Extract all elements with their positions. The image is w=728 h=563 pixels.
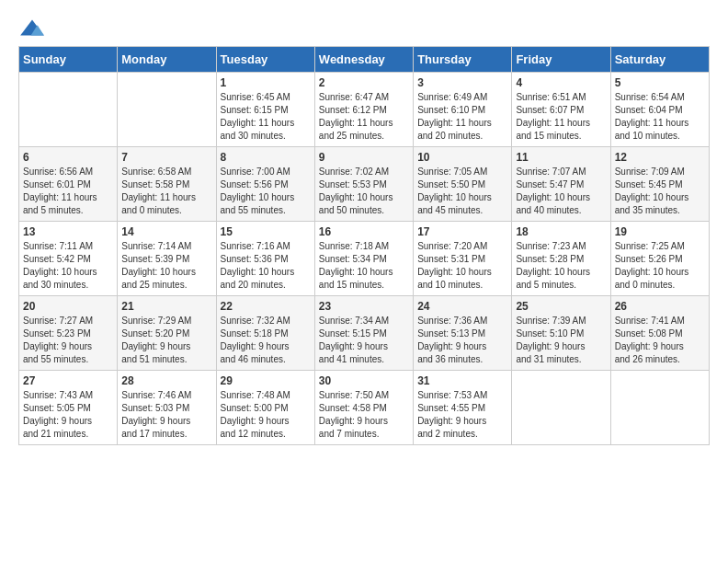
- day-info: Sunrise: 6:58 AM Sunset: 5:58 PM Dayligh…: [121, 166, 211, 217]
- day-info: Sunrise: 6:54 AM Sunset: 6:04 PM Dayligh…: [615, 91, 705, 143]
- day-info: Sunrise: 7:20 AM Sunset: 5:31 PM Dayligh…: [417, 240, 507, 292]
- day-number: 15: [221, 225, 311, 238]
- day-info: Sunrise: 7:02 AM Sunset: 5:53 PM Dayligh…: [319, 166, 409, 217]
- calendar-cell: 24Sunrise: 7:36 AM Sunset: 5:13 PM Dayli…: [414, 296, 512, 371]
- day-info: Sunrise: 6:47 AM Sunset: 6:12 PM Dayligh…: [319, 91, 409, 143]
- calendar-cell: 4Sunrise: 6:51 AM Sunset: 6:07 PM Daylig…: [512, 73, 610, 147]
- weekday-header: Wednesday: [314, 47, 413, 73]
- calendar-cell: [118, 73, 216, 147]
- logo-icon: [18, 18, 46, 37]
- calendar-body: 1Sunrise: 6:45 AM Sunset: 6:15 PM Daylig…: [19, 73, 710, 445]
- calendar-cell: 31Sunrise: 7:53 AM Sunset: 4:55 PM Dayli…: [414, 371, 512, 445]
- day-number: 16: [319, 225, 409, 238]
- calendar-cell: 2Sunrise: 6:47 AM Sunset: 6:12 PM Daylig…: [314, 73, 413, 147]
- day-info: Sunrise: 7:14 AM Sunset: 5:39 PM Dayligh…: [121, 240, 211, 292]
- weekday-header: Saturday: [610, 47, 709, 73]
- day-number: 3: [417, 76, 507, 89]
- day-info: Sunrise: 6:49 AM Sunset: 6:10 PM Dayligh…: [417, 91, 507, 143]
- calendar-cell: 13Sunrise: 7:11 AM Sunset: 5:42 PM Dayli…: [19, 222, 118, 296]
- calendar-table: SundayMondayTuesdayWednesdayThursdayFrid…: [18, 46, 710, 445]
- day-number: 14: [121, 225, 211, 238]
- calendar-cell: 3Sunrise: 6:49 AM Sunset: 6:10 PM Daylig…: [414, 73, 512, 147]
- day-number: 23: [319, 300, 409, 313]
- day-info: Sunrise: 7:00 AM Sunset: 5:56 PM Dayligh…: [221, 166, 311, 217]
- weekday-header: Thursday: [414, 47, 512, 73]
- day-info: Sunrise: 7:25 AM Sunset: 5:26 PM Dayligh…: [615, 240, 705, 292]
- day-number: 9: [319, 151, 409, 164]
- day-number: 11: [516, 151, 606, 164]
- day-number: 5: [615, 76, 705, 89]
- day-number: 27: [23, 374, 113, 387]
- day-info: Sunrise: 7:41 AM Sunset: 5:08 PM Dayligh…: [615, 315, 705, 366]
- calendar-cell: 20Sunrise: 7:27 AM Sunset: 5:23 PM Dayli…: [19, 296, 118, 371]
- calendar-cell: 1Sunrise: 6:45 AM Sunset: 6:15 PM Daylig…: [216, 73, 314, 147]
- day-number: 25: [516, 300, 606, 313]
- calendar-cell: [610, 371, 709, 445]
- calendar-row: 1Sunrise: 6:45 AM Sunset: 6:15 PM Daylig…: [19, 73, 710, 147]
- day-info: Sunrise: 7:48 AM Sunset: 5:00 PM Dayligh…: [221, 389, 311, 441]
- calendar-cell: 9Sunrise: 7:02 AM Sunset: 5:53 PM Daylig…: [314, 147, 413, 222]
- day-number: 12: [615, 151, 705, 164]
- day-info: Sunrise: 7:18 AM Sunset: 5:34 PM Dayligh…: [319, 240, 409, 292]
- calendar-cell: 17Sunrise: 7:20 AM Sunset: 5:31 PM Dayli…: [414, 222, 512, 296]
- calendar-row: 27Sunrise: 7:43 AM Sunset: 5:05 PM Dayli…: [19, 371, 710, 445]
- day-number: 29: [221, 374, 311, 387]
- day-number: 20: [23, 300, 113, 313]
- day-number: 28: [121, 374, 211, 387]
- calendar-cell: 30Sunrise: 7:50 AM Sunset: 4:58 PM Dayli…: [314, 371, 413, 445]
- day-info: Sunrise: 7:27 AM Sunset: 5:23 PM Dayligh…: [23, 315, 113, 366]
- day-info: Sunrise: 7:43 AM Sunset: 5:05 PM Dayligh…: [23, 389, 113, 441]
- day-info: Sunrise: 7:07 AM Sunset: 5:47 PM Dayligh…: [516, 166, 606, 217]
- day-info: Sunrise: 7:53 AM Sunset: 4:55 PM Dayligh…: [417, 389, 507, 441]
- weekday-header: Friday: [512, 47, 610, 73]
- calendar-cell: 6Sunrise: 6:56 AM Sunset: 6:01 PM Daylig…: [19, 147, 118, 222]
- day-number: 19: [615, 225, 705, 238]
- day-number: 21: [121, 300, 211, 313]
- calendar-cell: 28Sunrise: 7:46 AM Sunset: 5:03 PM Dayli…: [118, 371, 216, 445]
- day-number: 4: [516, 76, 606, 89]
- day-number: 30: [319, 374, 409, 387]
- day-info: Sunrise: 7:46 AM Sunset: 5:03 PM Dayligh…: [121, 389, 211, 441]
- weekday-header: Tuesday: [216, 47, 314, 73]
- day-info: Sunrise: 7:32 AM Sunset: 5:18 PM Dayligh…: [221, 315, 311, 366]
- calendar-row: 13Sunrise: 7:11 AM Sunset: 5:42 PM Dayli…: [19, 222, 710, 296]
- day-info: Sunrise: 7:11 AM Sunset: 5:42 PM Dayligh…: [23, 240, 113, 292]
- calendar-cell: 26Sunrise: 7:41 AM Sunset: 5:08 PM Dayli…: [610, 296, 709, 371]
- day-info: Sunrise: 7:09 AM Sunset: 5:45 PM Dayligh…: [615, 166, 705, 217]
- day-number: 13: [23, 225, 113, 238]
- day-number: 1: [221, 76, 311, 89]
- day-number: 8: [221, 151, 311, 164]
- calendar-cell: 16Sunrise: 7:18 AM Sunset: 5:34 PM Dayli…: [314, 222, 413, 296]
- weekday-header: Sunday: [19, 47, 118, 73]
- day-number: 7: [121, 151, 211, 164]
- day-info: Sunrise: 6:51 AM Sunset: 6:07 PM Dayligh…: [516, 91, 606, 143]
- calendar-cell: 12Sunrise: 7:09 AM Sunset: 5:45 PM Dayli…: [610, 147, 709, 222]
- page-header: [18, 18, 710, 37]
- calendar-cell: 15Sunrise: 7:16 AM Sunset: 5:36 PM Dayli…: [216, 222, 314, 296]
- day-info: Sunrise: 7:36 AM Sunset: 5:13 PM Dayligh…: [417, 315, 507, 366]
- weekday-header: Monday: [118, 47, 216, 73]
- calendar-cell: 5Sunrise: 6:54 AM Sunset: 6:04 PM Daylig…: [610, 73, 709, 147]
- calendar-cell: 29Sunrise: 7:48 AM Sunset: 5:00 PM Dayli…: [216, 371, 314, 445]
- calendar-cell: [512, 371, 610, 445]
- day-info: Sunrise: 7:50 AM Sunset: 4:58 PM Dayligh…: [319, 389, 409, 441]
- day-number: 22: [221, 300, 311, 313]
- calendar-cell: [19, 73, 118, 147]
- day-number: 6: [23, 151, 113, 164]
- calendar-cell: 27Sunrise: 7:43 AM Sunset: 5:05 PM Dayli…: [19, 371, 118, 445]
- day-info: Sunrise: 7:05 AM Sunset: 5:50 PM Dayligh…: [417, 166, 507, 217]
- day-number: 26: [615, 300, 705, 313]
- calendar-cell: 18Sunrise: 7:23 AM Sunset: 5:28 PM Dayli…: [512, 222, 610, 296]
- calendar-row: 6Sunrise: 6:56 AM Sunset: 6:01 PM Daylig…: [19, 147, 710, 222]
- logo: [18, 18, 46, 37]
- calendar-header: SundayMondayTuesdayWednesdayThursdayFrid…: [19, 47, 710, 73]
- day-number: 17: [417, 225, 507, 238]
- day-number: 31: [417, 374, 507, 387]
- day-info: Sunrise: 7:39 AM Sunset: 5:10 PM Dayligh…: [516, 315, 606, 366]
- day-info: Sunrise: 7:16 AM Sunset: 5:36 PM Dayligh…: [221, 240, 311, 292]
- day-number: 24: [417, 300, 507, 313]
- calendar-cell: 11Sunrise: 7:07 AM Sunset: 5:47 PM Dayli…: [512, 147, 610, 222]
- calendar-cell: 21Sunrise: 7:29 AM Sunset: 5:20 PM Dayli…: [118, 296, 216, 371]
- day-number: 18: [516, 225, 606, 238]
- calendar-cell: 25Sunrise: 7:39 AM Sunset: 5:10 PM Dayli…: [512, 296, 610, 371]
